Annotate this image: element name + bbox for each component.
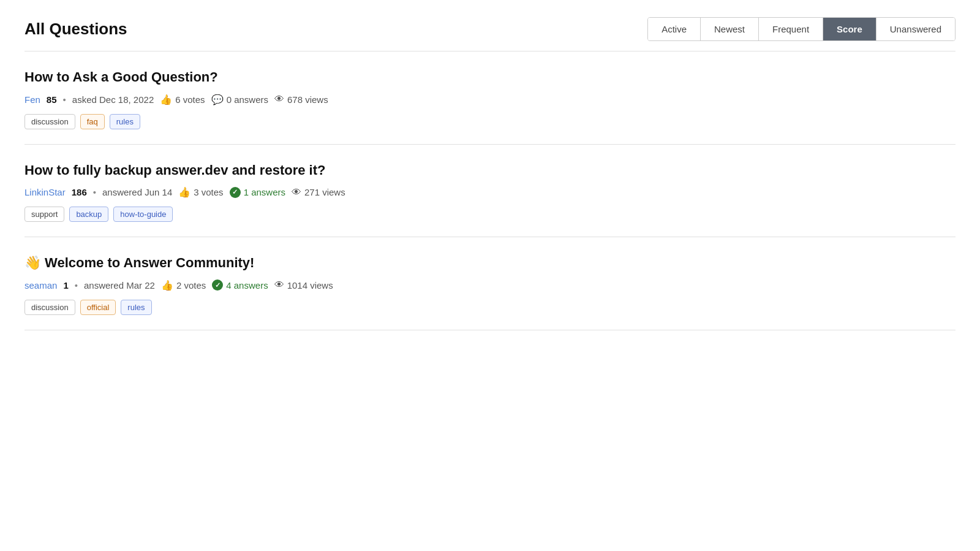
tag-rules[interactable]: rules [110, 114, 140, 129]
tag-discussion[interactable]: discussion [24, 300, 75, 315]
tag-official[interactable]: official [80, 300, 116, 315]
question-meta: seaman1•answered Mar 22👍 2 votes✓ 4 answ… [24, 279, 956, 291]
question-title[interactable]: 👋 Welcome to Answer Community! [24, 254, 956, 272]
thumbsup-icon: 👍 [160, 94, 172, 105]
author-score: 1 [63, 280, 68, 291]
question-meta: LinkinStar186•answered Jun 14👍 3 votes✓ … [24, 186, 956, 198]
author-link[interactable]: LinkinStar [24, 187, 66, 197]
filter-tab-score[interactable]: Score [823, 18, 876, 40]
action-date: answered Mar 22 [84, 280, 155, 291]
views-stat: 👁 678 views [274, 94, 328, 105]
filter-tabs: ActiveNewestFrequentScoreUnanswered [647, 17, 956, 41]
meta-separator: • [75, 280, 78, 291]
eye-icon: 👁 [274, 94, 284, 105]
question-tags: discussionfaqrules [24, 114, 956, 129]
author-link[interactable]: Fen [24, 94, 40, 105]
tag-support[interactable]: support [24, 207, 64, 222]
views-stat: 👁 1014 views [274, 279, 333, 291]
question-tags: supportbackuphow-to-guide [24, 207, 956, 222]
filter-tab-newest[interactable]: Newest [701, 18, 759, 40]
thumbsup-icon: 👍 [178, 186, 190, 198]
check-circle-icon: ✓ [230, 187, 241, 198]
votes-stat: 👍 2 votes [161, 279, 206, 291]
eye-icon: 👁 [274, 279, 284, 291]
votes-stat: 👍 6 votes [160, 94, 205, 105]
check-circle-icon: ✓ [212, 279, 223, 291]
question-title[interactable]: How to fully backup answer.dev and resto… [24, 162, 956, 180]
page-title: All Questions [24, 20, 127, 39]
question-item: 👋 Welcome to Answer Community!seaman1•an… [24, 237, 956, 330]
meta-separator: • [93, 187, 96, 197]
eye-icon: 👁 [292, 187, 301, 198]
page-header: All Questions ActiveNewestFrequentScoreU… [24, 0, 956, 51]
author-score: 186 [72, 187, 87, 197]
filter-tab-unanswered[interactable]: Unanswered [876, 18, 955, 40]
question-item: How to fully backup answer.dev and resto… [24, 145, 956, 238]
filter-tab-frequent[interactable]: Frequent [759, 18, 823, 40]
answers-stat: ✓ 4 answers [212, 279, 268, 291]
answers-stat: ✓ 1 answers [230, 187, 285, 198]
tag-faq[interactable]: faq [80, 114, 105, 129]
tag-how-to-guide[interactable]: how-to-guide [113, 207, 173, 222]
action-date: answered Jun 14 [102, 187, 172, 197]
tag-rules[interactable]: rules [121, 300, 151, 315]
author-link[interactable]: seaman [24, 280, 57, 291]
meta-separator: • [63, 94, 66, 105]
comment-icon: 💬 [211, 94, 224, 105]
action-date: asked Dec 18, 2022 [72, 94, 154, 105]
tag-discussion[interactable]: discussion [24, 114, 75, 129]
question-title[interactable]: How to Ask a Good Question? [24, 69, 956, 86]
question-tags: discussionofficialrules [24, 300, 956, 315]
questions-list: How to Ask a Good Question?Fen85•asked D… [24, 51, 956, 330]
views-stat: 👁 271 views [292, 187, 345, 198]
question-item: How to Ask a Good Question?Fen85•asked D… [24, 51, 956, 145]
votes-stat: 👍 3 votes [178, 186, 223, 198]
answers-stat: 💬 0 answers [211, 94, 268, 105]
thumbsup-icon: 👍 [161, 279, 173, 291]
question-meta: Fen85•asked Dec 18, 2022👍 6 votes💬 0 ans… [24, 94, 956, 105]
filter-tab-active[interactable]: Active [648, 18, 701, 40]
tag-backup[interactable]: backup [69, 207, 108, 222]
author-score: 85 [47, 94, 57, 105]
